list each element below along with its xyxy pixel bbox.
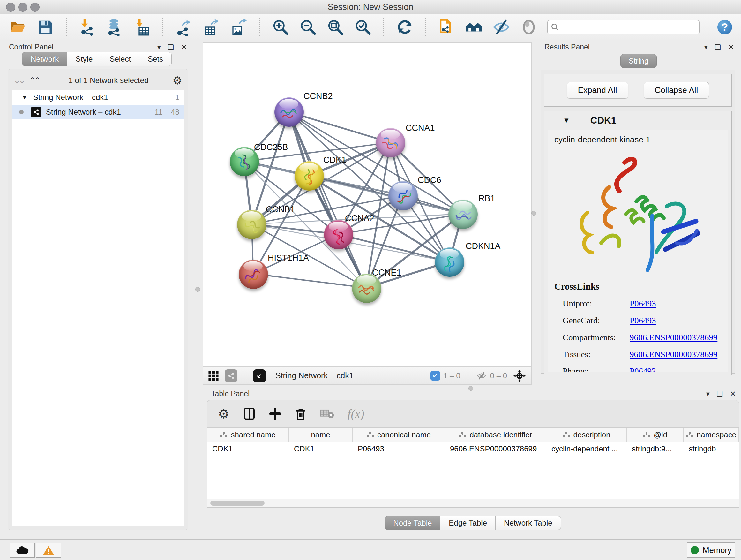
export-image-icon[interactable]: [230, 18, 248, 36]
tab-network-table[interactable]: Network Table: [495, 516, 561, 530]
network-node-RB1[interactable]: [448, 199, 478, 229]
column-header-namespace[interactable]: namespace: [684, 428, 739, 442]
collapse-triangle-icon[interactable]: ▼: [563, 116, 570, 125]
crosslink-link[interactable]: 9606.ENSP00000378699: [630, 350, 718, 360]
network-node-CCNA1[interactable]: [376, 128, 405, 158]
tab-network[interactable]: Network: [22, 52, 67, 66]
gene-name: CDK1: [590, 115, 616, 126]
network-canvas[interactable]: CCNB2CCNA1CDC25BCDK1CDC6RB1CCNB1CCNA2CDK…: [203, 43, 532, 367]
create-column-icon[interactable]: [269, 408, 281, 420]
import-network-database-icon[interactable]: [106, 18, 124, 36]
tab-node-table[interactable]: Node Table: [385, 516, 441, 530]
toolbar-search-box[interactable]: [547, 20, 699, 34]
panel-maximize-icon[interactable]: ❑: [168, 44, 174, 51]
birdseye-grid-icon[interactable]: [208, 370, 219, 381]
panel-float-icon[interactable]: ▾: [706, 390, 710, 397]
string-view-icon[interactable]: [225, 369, 238, 382]
tab-style[interactable]: Style: [67, 52, 101, 66]
table-cell[interactable]: stringdb:9...: [627, 442, 684, 456]
show-columns-icon[interactable]: [243, 408, 256, 420]
export-network-icon[interactable]: [175, 18, 193, 36]
hide-selected-icon[interactable]: [492, 18, 510, 36]
network-annotations-icon[interactable]: [437, 18, 455, 36]
network-collection-row[interactable]: ▼ String Network – cdk1 1: [12, 90, 184, 105]
delete-column-icon[interactable]: [294, 408, 307, 420]
first-neighbors-icon[interactable]: [465, 18, 483, 36]
column-header-shared-name[interactable]: shared name: [207, 428, 289, 442]
panel-float-icon[interactable]: ▾: [704, 44, 708, 51]
crosslink-link[interactable]: P06493: [630, 367, 656, 372]
collapse-all-networks-icon[interactable]: ⌃⌃: [29, 76, 39, 85]
show-all-icon[interactable]: [520, 18, 538, 36]
scrollbar-thumb[interactable]: [210, 501, 265, 506]
help-icon[interactable]: ?: [718, 20, 732, 35]
pan-crosshair-icon[interactable]: [513, 369, 526, 382]
table-cell[interactable]: CDK1: [289, 442, 353, 456]
panel-maximize-icon[interactable]: ❑: [717, 390, 723, 397]
detach-view-icon[interactable]: [253, 369, 266, 382]
network-edge-CCNB2-CCNA1[interactable]: [289, 112, 390, 143]
table-cell[interactable]: P06493: [353, 442, 445, 456]
crosslink-link[interactable]: P06493: [630, 316, 656, 326]
function-builder-icon[interactable]: f(x): [347, 407, 364, 421]
search-input[interactable]: [562, 22, 696, 32]
table-cell[interactable]: stringdb: [684, 442, 739, 456]
panel-maximize-icon[interactable]: ❑: [715, 44, 721, 51]
column-header--id[interactable]: @id: [627, 428, 684, 442]
zoom-selected-icon[interactable]: [354, 18, 372, 36]
crosslink-link[interactable]: P06493: [630, 299, 656, 309]
crosslink-link[interactable]: 9606.ENSP00000378699: [630, 333, 718, 343]
network-node-CCNE1[interactable]: [352, 273, 381, 303]
export-table-icon[interactable]: [202, 18, 220, 36]
table-cell[interactable]: 9606.ENSP00000378699: [445, 442, 546, 456]
tab-sets[interactable]: Sets: [139, 52, 172, 66]
expand-all-networks-icon[interactable]: ⌄⌄: [14, 76, 24, 85]
tab-select[interactable]: Select: [101, 52, 139, 66]
zoom-fit-icon[interactable]: [327, 18, 344, 36]
panel-close-icon[interactable]: ✕: [728, 44, 734, 51]
network-node-CCNB1[interactable]: [237, 210, 266, 239]
right-splitter-handle[interactable]: [531, 211, 536, 215]
network-node-CCNA2[interactable]: [324, 220, 353, 249]
save-session-icon[interactable]: [37, 18, 54, 36]
network-node-CDC6[interactable]: [388, 181, 418, 210]
network-node-HIST1H1A[interactable]: [239, 260, 268, 289]
selected-checkbox-icon[interactable]: ✔: [430, 371, 440, 381]
table-row[interactable]: CDK1CDK1P064939606.ENSP00000378699cyclin…: [207, 442, 739, 456]
zoom-out-icon[interactable]: [299, 18, 317, 36]
network-row[interactable]: String Network – cdk1 11 48: [12, 105, 184, 119]
panel-float-icon[interactable]: ▾: [157, 44, 161, 51]
network-edge-HIST1H1A-CCNE1[interactable]: [253, 274, 366, 288]
memory-button[interactable]: Memory: [687, 542, 735, 558]
delete-table-icon[interactable]: [320, 408, 334, 419]
cloud-status-button[interactable]: [10, 543, 35, 558]
apply-layout-icon[interactable]: [396, 18, 414, 36]
network-node-CCNB2[interactable]: [274, 98, 304, 127]
table-cell[interactable]: cyclin-dependent ...: [546, 442, 627, 456]
tab-string[interactable]: String: [620, 54, 657, 68]
collapse-all-button[interactable]: Collapse All: [644, 82, 710, 99]
panel-close-icon[interactable]: ✕: [181, 44, 187, 51]
network-node-CDKN1A[interactable]: [435, 247, 464, 277]
horizontal-scrollbar[interactable]: [207, 499, 739, 507]
panel-close-icon[interactable]: ✕: [730, 390, 736, 397]
zoom-in-icon[interactable]: [272, 18, 289, 36]
import-network-file-icon[interactable]: [78, 18, 96, 36]
column-header-database-identifier[interactable]: database identifier: [445, 428, 546, 442]
network-node-CDK1[interactable]: [294, 161, 324, 191]
network-options-gear-icon[interactable]: ⚙: [173, 75, 182, 86]
column-header-name[interactable]: name: [289, 428, 353, 442]
expand-all-button[interactable]: Expand All: [567, 82, 628, 99]
warning-status-button[interactable]: [36, 543, 61, 558]
crosslink-row: Uniprot:P06493: [554, 299, 722, 309]
table-cell[interactable]: CDK1: [207, 442, 289, 456]
collapse-triangle-icon[interactable]: ▼: [22, 94, 27, 101]
open-session-icon[interactable]: [9, 18, 27, 36]
table-panel: Table Panel ▾ ❑ ✕ ⚙ f(x) shared namename…: [207, 388, 739, 539]
import-table-file-icon[interactable]: [133, 18, 151, 36]
tab-edge-table[interactable]: Edge Table: [440, 516, 495, 530]
table-options-gear-icon[interactable]: ⚙: [218, 408, 229, 420]
column-header-description[interactable]: description: [546, 428, 627, 442]
left-splitter-handle[interactable]: [195, 287, 200, 292]
column-header-canonical-name[interactable]: canonical name: [353, 428, 445, 442]
